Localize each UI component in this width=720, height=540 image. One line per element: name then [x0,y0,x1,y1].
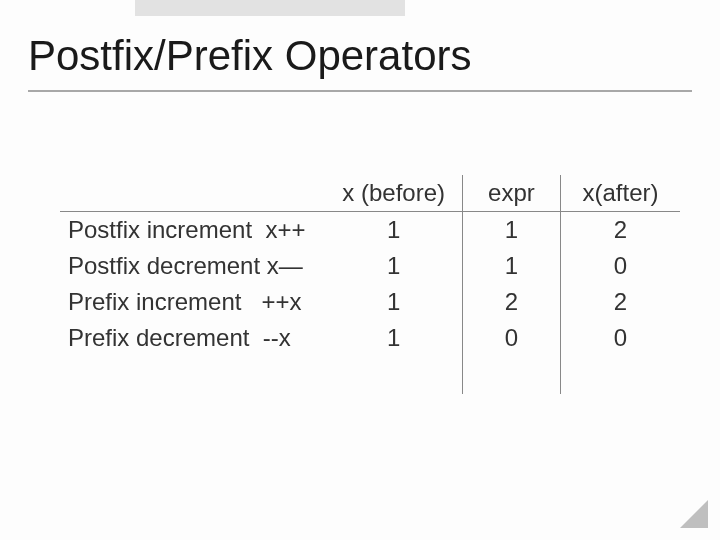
cell-after: 0 [560,320,680,356]
separator-extension [60,356,680,394]
cell-expr: 0 [462,320,560,356]
corner-decoration-icon [680,500,708,528]
cell-after: 2 [560,284,680,320]
row-label: Prefix increment ++x [60,284,325,320]
row-label: Postfix decrement x— [60,248,325,284]
table-row: Postfix increment x++ 1 1 2 [60,212,680,249]
header-blank [60,175,325,212]
cell-after: 0 [560,248,680,284]
row-label: Postfix increment x++ [60,212,325,249]
cell-expr: 2 [462,284,560,320]
cell-expr: 1 [462,212,560,249]
table-row: Prefix decrement --x 1 0 0 [60,320,680,356]
header-before: x (before) [325,175,462,212]
header-after: x(after) [560,175,680,212]
cell-before: 1 [325,320,462,356]
table-header-row: x (before) expr x(after) [60,175,680,212]
top-accent-bar [135,0,405,16]
row-label: Prefix decrement --x [60,320,325,356]
operators-table: x (before) expr x(after) Postfix increme… [60,175,680,394]
title-underline [28,90,692,92]
cell-before: 1 [325,284,462,320]
table-row: Postfix decrement x— 1 1 0 [60,248,680,284]
cell-before: 1 [325,212,462,249]
slide-title: Postfix/Prefix Operators [28,32,471,80]
cell-expr: 1 [462,248,560,284]
table-container: x (before) expr x(after) Postfix increme… [60,175,680,394]
header-expr: expr [462,175,560,212]
cell-after: 2 [560,212,680,249]
cell-before: 1 [325,248,462,284]
slide: Postfix/Prefix Operators x (before) expr… [0,0,720,540]
table-row: Prefix increment ++x 1 2 2 [60,284,680,320]
